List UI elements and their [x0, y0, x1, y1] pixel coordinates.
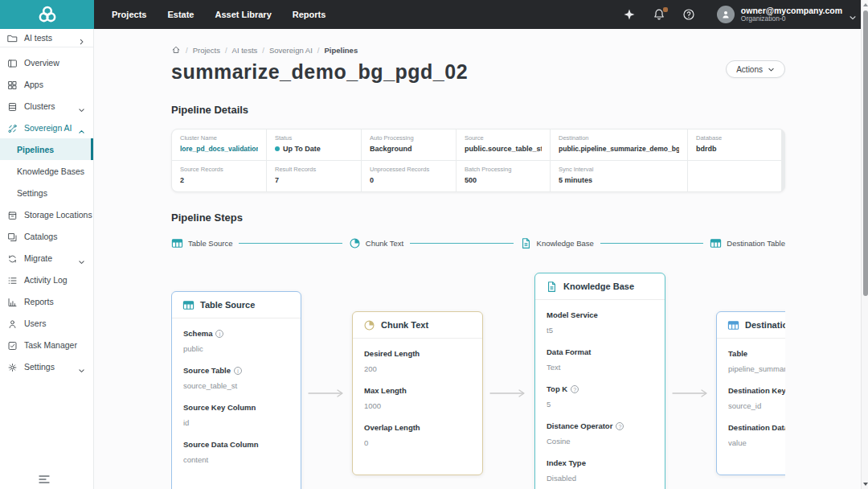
sidebar-item-sovereign-settings[interactable]: Settings	[0, 182, 93, 203]
task-manager-icon	[7, 339, 18, 350]
flow-connector-line	[410, 243, 513, 244]
overview-icon	[7, 57, 18, 68]
status-dot	[275, 146, 280, 151]
bar-chart-icon	[7, 296, 18, 306]
sidebar-item-task-manager[interactable]: Task Manager	[0, 334, 93, 355]
sidebar-item-catalogs[interactable]: Catalogs	[0, 225, 93, 247]
gear-icon	[7, 361, 18, 372]
detail-cell-result-records: Result Records 7	[267, 161, 361, 191]
flow-connector-line	[239, 243, 342, 244]
sidebar-item-pipelines[interactable]: Pipelines	[0, 138, 93, 160]
table-grid-icon	[171, 237, 183, 249]
sparkle-icon[interactable]	[623, 8, 637, 22]
scrollbar-down-arrow[interactable]	[862, 481, 868, 487]
pipeline-details-heading: Pipeline Details	[171, 104, 785, 116]
sidebar-item-settings[interactable]: Settings	[0, 355, 93, 377]
sidebar-item-knowledge-bases[interactable]: Knowledge Bases	[0, 160, 93, 182]
detail-cell-auto-processing: Auto Processing Background	[362, 129, 456, 160]
sidebar-item-overview[interactable]: Overview	[0, 51, 93, 73]
sidebar: AI tests Overview Apps Clusters Sovereig…	[0, 29, 94, 489]
page-title: summarize_demo_bg_pgd_02	[171, 60, 468, 84]
sidebar-item-activity-log[interactable]: Activity Log	[0, 269, 93, 290]
breadcrumb-ai-tests[interactable]: AI tests	[232, 46, 258, 55]
nav-projects[interactable]: Projects	[112, 10, 146, 19]
detail-cell-cluster-name: Cluster Name lore_pd_docs_validation_pgd	[172, 129, 266, 160]
flow-node-table-source: Table Source	[171, 237, 232, 249]
user-organization: Organization-0	[741, 15, 842, 23]
top-bar: Projects Estate Asset Library Reports o	[0, 0, 868, 29]
help-tooltip-icon[interactable]: ?	[571, 385, 579, 393]
table-grid-icon	[710, 237, 722, 249]
card-knowledge-base[interactable]: Knowledge Base Model Service t5 Data For…	[534, 273, 665, 489]
detail-cell-database: Database bdrdb	[688, 129, 781, 160]
sidebar-item-reports[interactable]: Reports	[0, 290, 93, 312]
breadcrumb: / Projects / AI tests / Sovereign AI / P…	[171, 45, 785, 55]
help-tooltip-icon[interactable]: ?	[616, 422, 624, 430]
table-grid-icon	[727, 319, 739, 331]
brand-logo[interactable]	[0, 0, 94, 29]
help-icon[interactable]	[682, 8, 696, 22]
cluster-name-link[interactable]: lore_pd_docs_validation_pgd	[180, 145, 258, 153]
chevron-down-icon	[78, 363, 85, 370]
sidebar-item-users[interactable]: Users	[0, 312, 93, 334]
steps-flow-row: Table Source Chunk Text Knowledge Base D…	[171, 237, 785, 249]
home-icon[interactable]	[171, 45, 181, 55]
card-table-source[interactable]: Table Source Schemai public Source Table…	[171, 291, 301, 489]
avatar	[717, 6, 735, 23]
breadcrumb-pipelines: Pipelines	[324, 46, 358, 55]
detail-cell-status: Status Up To Date	[267, 129, 361, 160]
detail-cell-source-records: Source Records 2	[172, 161, 266, 191]
breadcrumb-sovereign-ai[interactable]: Sovereign AI	[269, 46, 313, 55]
sidebar-item-ai-tests[interactable]: AI tests	[0, 29, 93, 47]
apps-grid-icon	[7, 79, 18, 89]
breadcrumb-projects[interactable]: Projects	[193, 46, 220, 55]
detail-cell-empty	[688, 161, 781, 191]
collapse-sidebar-icon[interactable]	[39, 473, 50, 483]
scrollbar-up-arrow[interactable]	[862, 2, 868, 8]
storage-icon	[7, 209, 18, 220]
detail-cell-destination: Destination public.pipeline_summarize_de…	[551, 129, 687, 160]
notification-badge	[663, 7, 668, 12]
sidebar-item-storage-locations[interactable]: Storage Locations	[0, 203, 93, 225]
info-icon[interactable]: i	[215, 330, 223, 338]
sidebar-item-migrate[interactable]: Migrate	[0, 247, 93, 269]
document-icon	[520, 237, 532, 249]
vertical-scrollbar[interactable]	[861, 0, 868, 489]
clusters-icon	[7, 101, 18, 111]
card-destination-table[interactable]: Destination Table Table pipeline_summari…	[716, 311, 785, 475]
edb-rings-icon	[37, 5, 58, 24]
flow-connector-line	[600, 243, 703, 244]
app-window: Projects Estate Asset Library Reports o	[0, 0, 868, 489]
notifications-bell-icon[interactable]	[653, 8, 666, 22]
nav-asset-library[interactable]: Asset Library	[215, 10, 271, 19]
topbar-right-cluster: owner@mycompany.com Organization-0	[623, 6, 868, 23]
top-navigation: Projects Estate Asset Library Reports	[112, 10, 326, 19]
diagram-arrow	[672, 387, 710, 397]
status-value: Up To Date	[283, 145, 321, 153]
card-chunk-text[interactable]: Chunk Text Desired Length 200 Max Length…	[352, 311, 483, 475]
sidebar-item-sovereign-ai[interactable]: Sovereign AI	[0, 117, 93, 138]
chevron-down-icon	[78, 254, 85, 261]
sidebar-item-apps[interactable]: Apps	[0, 73, 93, 95]
migrate-icon	[7, 253, 18, 263]
chevron-down-icon	[78, 102, 85, 109]
actions-button[interactable]: Actions	[726, 60, 785, 78]
folder-icon	[7, 33, 18, 43]
main-content: / Projects / AI tests / Sovereign AI / P…	[94, 29, 861, 489]
info-icon[interactable]: i	[234, 367, 242, 375]
detail-cell-unprocessed-records: Unprocessed Records 0	[362, 161, 456, 191]
document-icon	[546, 281, 557, 292]
user-menu[interactable]: owner@mycompany.com Organization-0	[717, 6, 857, 23]
scrollbar-thumb[interactable]	[863, 10, 868, 296]
detail-cell-batch-processing: Batch Processing 500	[457, 161, 550, 191]
pipeline-diagram-canvas: Table Source Schemai public Source Table…	[171, 261, 785, 489]
users-icon	[7, 318, 18, 328]
diagram-arrow	[489, 387, 528, 397]
flow-node-knowledge-base: Knowledge Base	[520, 237, 594, 249]
detail-cell-sync-interval: Sync Interval 5 minutes	[551, 161, 687, 191]
nav-estate[interactable]: Estate	[167, 10, 194, 19]
sidebar-item-clusters[interactable]: Clusters	[0, 95, 93, 117]
nav-reports[interactable]: Reports	[293, 10, 326, 19]
table-grid-icon	[182, 299, 194, 310]
chevron-down-icon	[768, 66, 775, 73]
